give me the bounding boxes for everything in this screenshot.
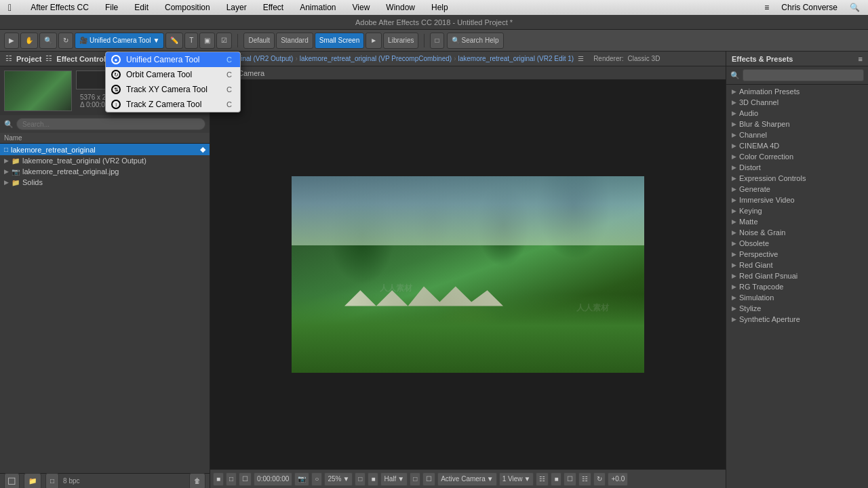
effect-simulation[interactable]: ▶ Simulation <box>726 292 868 303</box>
effect-matte[interactable]: ▶ Matte <box>726 216 868 227</box>
selection-tool[interactable]: ▶ <box>4 33 19 49</box>
workspace-libraries[interactable]: Libraries <box>383 33 418 49</box>
search-icon[interactable]: 🔍 <box>847 2 863 13</box>
search-help-btn[interactable]: 🔍 Search Help <box>447 33 504 49</box>
menu-view[interactable]: View <box>350 2 373 13</box>
active-camera-dropdown[interactable]: Active Camera ▼ <box>437 472 496 486</box>
effect-color-correction[interactable]: ▶ Color Correction <box>726 151 868 162</box>
workspace-small-screen[interactable]: Small Screen <box>315 33 364 49</box>
camera-tool-btn[interactable]: 🎥 Unified Camera Tool ▼ <box>75 33 164 49</box>
breadcrumb-3[interactable]: lakemore_retreat_original (VR2 Edit 1) <box>458 55 574 62</box>
orbit-cam-shortcut: C <box>226 70 232 79</box>
viewer-btn-2[interactable]: □ <box>226 472 237 486</box>
effect-blur-sharpen[interactable]: ▶ Blur & Sharpen <box>726 119 868 129</box>
menu-after-effects[interactable]: After Effects CC <box>28 2 92 13</box>
render-btn[interactable]: ■ <box>213 472 224 486</box>
apple-menu[interactable]:  <box>5 1 14 14</box>
preview-thumbnail <box>4 70 72 111</box>
effect-synthetic-aperture[interactable]: ▶ Synthetic Aperture <box>726 314 868 325</box>
effect-noise-grain[interactable]: ▶ Noise & Grain <box>726 227 868 238</box>
effect-obsolete[interactable]: ▶ Obsolete <box>726 238 868 249</box>
effect-label-18: RG Trapcode <box>739 283 783 291</box>
layer-btn[interactable]: ☷ <box>578 472 591 486</box>
comp-menu-btn[interactable]: ☰ <box>578 55 584 62</box>
layout-icon-1[interactable]: □ <box>430 33 443 49</box>
fit-btn[interactable]: □ <box>355 472 366 486</box>
search-icon-project: 🔍 <box>4 120 14 129</box>
effect-keying[interactable]: ▶ Keying <box>726 205 868 216</box>
pen-tool[interactable]: ✏️ <box>165 33 183 49</box>
effect-expression[interactable]: ▶ Expression Controls <box>726 173 868 184</box>
menu-composition[interactable]: Composition <box>162 2 213 13</box>
effect-channel[interactable]: ▶ Channel <box>726 129 868 140</box>
viewer-btn-3[interactable]: ☐ <box>239 472 252 486</box>
new-folder-btn[interactable]: 📁 <box>24 473 41 489</box>
text-tool[interactable]: T <box>184 33 198 49</box>
menu-animation[interactable]: Animation <box>297 2 338 13</box>
effect-cinema4d[interactable]: ▶ CINEMA 4D <box>726 140 868 151</box>
effect-animation-presets[interactable]: ▶ Animation Presets <box>726 86 868 97</box>
effect-stylize[interactable]: ▶ Stylize <box>726 303 868 314</box>
grid-btn[interactable]: ☷ <box>536 472 549 486</box>
view-count-dropdown[interactable]: 1 View ▼ <box>499 472 534 486</box>
effects-panel-menu[interactable]: ≡ <box>859 55 863 63</box>
menu-help[interactable]: Help <box>429 2 451 13</box>
tools-group: ▶ ✋ 🔍 ↻ 🎥 Unified Camera Tool ▼ ✏️ T ▣ ☑ <box>4 33 232 49</box>
file-item-3[interactable]: ▶ 📁 Solids <box>0 177 210 188</box>
project-search-input[interactable] <box>16 118 205 130</box>
mask-btn[interactable]: ■ <box>551 472 561 486</box>
track-xy-item[interactable]: ⇅ Track XY Camera Tool C <box>106 82 240 97</box>
workspace-standard[interactable]: Standard <box>276 33 313 49</box>
menu-effect[interactable]: Effect <box>260 2 286 13</box>
unified-camera-item[interactable]: ● Unified Camera Tool C <box>106 52 240 67</box>
breadcrumb-2[interactable]: lakemore_retreat_original (VP PrecompCom… <box>300 55 452 62</box>
effects-search-input[interactable] <box>743 69 864 81</box>
view-layout-btn[interactable]: □ <box>410 472 420 486</box>
breadcrumb-1[interactable]: riginal (VR2 Output) <box>233 55 293 62</box>
effect-rg-trapcode[interactable]: ▶ RG Trapcode <box>726 281 868 292</box>
view-options-btn[interactable]: ○ <box>311 472 322 486</box>
zoom-tool[interactable]: 🔍 <box>39 33 57 49</box>
image-icon-2: 📷 <box>12 168 20 176</box>
menu-file[interactable]: File <box>102 2 121 13</box>
viewer-inner[interactable]: 人人素材 人人素材 <box>210 80 726 469</box>
zoom-dropdown[interactable]: 25% ▼ <box>324 472 353 486</box>
workspace-default[interactable]: Default <box>243 33 275 49</box>
rotation-tool[interactable]: ↻ <box>58 33 73 49</box>
effect-generate[interactable]: ▶ Generate <box>726 184 868 195</box>
shape-tool[interactable]: ▣ <box>199 33 215 49</box>
camera-snap-btn[interactable]: 📷 <box>294 472 309 486</box>
track-z-item[interactable]: ↕ Track Z Camera Tool C <box>106 97 240 112</box>
menu-layer[interactable]: Layer <box>224 2 250 13</box>
effect-red-giant-psnuai[interactable]: ▶ Red Giant Psnuai <box>726 270 868 281</box>
effect-arrow-13: ▶ <box>732 229 736 236</box>
effect-red-giant[interactable]: ▶ Red Giant <box>726 260 868 270</box>
puppet-tool[interactable]: ☑ <box>216 33 232 49</box>
effect-immersive[interactable]: ▶ Immersive Video <box>726 195 868 205</box>
file-item-0[interactable]: □ lakemore_retreat_original ◆ <box>0 144 210 155</box>
notification-icon[interactable]: ≡ <box>762 2 772 13</box>
channels-btn[interactable]: ☐ <box>564 472 576 486</box>
delete-btn[interactable]: 🗑 <box>189 473 205 489</box>
orbit-camera-item[interactable]: ↻ Orbit Camera Tool C <box>106 67 240 82</box>
refresh-btn[interactable]: ↻ <box>593 472 606 486</box>
effect-audio[interactable]: ▶ Audio <box>726 108 868 119</box>
px-btn[interactable]: ■ <box>368 472 378 486</box>
effect-distort[interactable]: ▶ Distort <box>726 162 868 173</box>
zoom-arrow: ▼ <box>342 475 349 483</box>
file-options-0[interactable]: ◆ <box>200 145 205 154</box>
effect-3d-channel[interactable]: ▶ 3D Channel <box>726 97 868 108</box>
workspace-expand[interactable]: ► <box>366 33 382 49</box>
file-item-2[interactable]: ▶ 📷 lakemore_retreat_original.jpg <box>0 166 210 177</box>
offset-display[interactable]: +0.0 <box>608 472 628 486</box>
menu-window[interactable]: Window <box>383 2 418 13</box>
footage-btn[interactable]: □ <box>45 473 59 489</box>
timecode-display[interactable]: 0:00:00:00 <box>254 472 292 486</box>
new-comp-btn[interactable]: ☐ <box>4 473 20 489</box>
hand-tool[interactable]: ✋ <box>20 33 38 49</box>
effect-perspective[interactable]: ▶ Perspective <box>726 249 868 260</box>
menu-edit[interactable]: Edit <box>132 2 151 13</box>
file-item-1[interactable]: ▶ 📁 lakemore_treat_original (VR2 Output) <box>0 155 210 166</box>
quality-dropdown[interactable]: Half ▼ <box>380 472 408 486</box>
stereo-btn[interactable]: ☐ <box>422 472 435 486</box>
